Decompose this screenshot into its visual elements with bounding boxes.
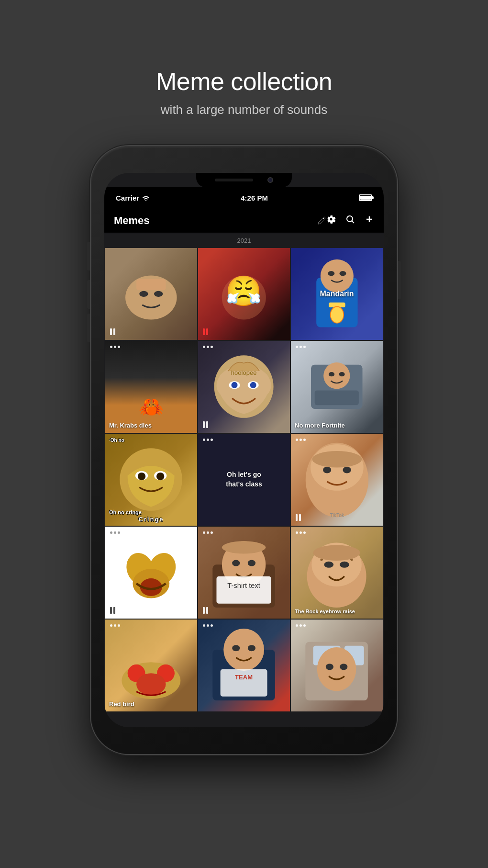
- phone-notch: [196, 173, 292, 187]
- svg-point-22: [329, 372, 334, 376]
- svg-point-28: [138, 473, 145, 480]
- svg-point-34: [312, 451, 362, 468]
- item-label-13: Red bird: [109, 700, 193, 708]
- dots-overlay-6: [296, 346, 306, 348]
- subtitle: with a large number of sounds: [156, 102, 332, 117]
- svg-point-58: [233, 645, 240, 652]
- svg-text:TEAM: TEAM: [235, 674, 253, 681]
- grid-item-11[interactable]: T-shirt text: [198, 527, 290, 619]
- nav-bar: Memes: [104, 208, 384, 233]
- edit-icon[interactable]: [317, 216, 326, 225]
- grid-item-3[interactable]: Mandarin: [291, 248, 383, 340]
- svg-point-57: [224, 629, 265, 671]
- grid-item-5[interactable]: hoolopee: [198, 341, 290, 433]
- status-bar: Carrier 4:26 PM: [104, 187, 384, 208]
- grid-item-6[interactable]: No more Fortnite: [291, 341, 383, 433]
- status-carrier: Carrier: [116, 194, 150, 202]
- pause-overlay-2: [203, 328, 208, 335]
- svg-point-42: [233, 560, 240, 566]
- meme-grid: 😤: [104, 248, 384, 711]
- battery-icon: [359, 194, 372, 201]
- svg-point-43: [248, 560, 255, 566]
- grid-item-4[interactable]: 🦀 Mr. Krabs dies: [105, 341, 197, 433]
- svg-text:T-shirt text: T-shirt text: [228, 582, 260, 590]
- svg-point-9: [320, 259, 353, 292]
- dots-overlay-15: [296, 624, 306, 627]
- svg-point-1: [347, 216, 353, 222]
- svg-point-49: [324, 562, 334, 568]
- svg-point-18: [250, 382, 256, 388]
- dots-overlay-13: [110, 624, 120, 627]
- svg-rect-24: [315, 391, 359, 406]
- item-label-12: The Rock eyebrow raise: [295, 608, 379, 615]
- svg-point-59: [248, 645, 255, 652]
- svg-rect-45: [217, 576, 271, 604]
- grid-item-9[interactable]: TikTok: [291, 434, 383, 526]
- mandarin-label: Mandarin: [320, 290, 354, 298]
- page-background: Meme collection with a large number of s…: [0, 0, 488, 868]
- grid-item-7[interactable]: ·Oh no Oh no cringe Cringe: [105, 434, 197, 526]
- svg-point-21: [323, 362, 350, 389]
- svg-point-51: [313, 545, 360, 561]
- item-label-4: Mr. Krabs dies: [109, 422, 193, 429]
- svg-point-50: [340, 562, 350, 568]
- header-section: Meme collection with a large number of s…: [156, 67, 332, 117]
- grid-item-13[interactable]: Red bird: [105, 620, 197, 711]
- svg-point-10: [328, 271, 334, 276]
- svg-text:😤: 😤: [226, 274, 263, 309]
- pause-overlay-11: [203, 607, 208, 614]
- dots-overlay-4: [110, 346, 120, 348]
- status-battery: [359, 194, 372, 201]
- svg-point-4: [154, 291, 163, 297]
- settings-icon[interactable]: [326, 214, 336, 226]
- grid-item-8[interactable]: Oh let's gothat's class: [198, 434, 290, 526]
- svg-point-65: [317, 647, 356, 691]
- phone-mockup: Carrier 4:26 PM: [91, 146, 397, 754]
- status-time: 4:26 PM: [241, 194, 268, 202]
- pause-overlay-5: [203, 421, 208, 428]
- svg-point-66: [326, 664, 333, 670]
- add-icon[interactable]: [365, 214, 374, 226]
- grid-item-1[interactable]: [105, 248, 197, 340]
- svg-text:TikTok: TikTok: [330, 513, 344, 518]
- main-title: Meme collection: [156, 67, 332, 96]
- svg-rect-5: [136, 279, 166, 290]
- grid-item-10[interactable]: [105, 527, 197, 619]
- svg-point-11: [339, 271, 346, 276]
- svg-point-13: [330, 306, 344, 323]
- phone-screen: Carrier 4:26 PM: [104, 173, 384, 727]
- item-label-center-8: Oh let's gothat's class: [226, 470, 262, 489]
- dots-overlay-9: [296, 439, 306, 441]
- phone-frame: Carrier 4:26 PM: [91, 146, 397, 754]
- nav-icons: [326, 214, 374, 226]
- svg-text:hoolopee: hoolopee: [231, 370, 257, 377]
- nav-title: Memes: [114, 214, 317, 227]
- dots-overlay-5: [203, 346, 213, 348]
- dots-overlay-10: [110, 531, 120, 534]
- pause-overlay-1: [110, 328, 115, 335]
- svg-point-55: [136, 673, 166, 695]
- svg-point-3: [139, 291, 148, 297]
- pause-overlay-9: [296, 514, 301, 521]
- svg-point-67: [340, 664, 348, 670]
- item-label-6: No more Fortnite: [295, 422, 379, 429]
- grid-item-2[interactable]: 😤: [198, 248, 290, 340]
- svg-point-0: [145, 200, 146, 201]
- svg-point-33: [343, 466, 351, 473]
- svg-point-29: [156, 473, 164, 480]
- notch-camera: [267, 177, 273, 183]
- dots-overlay-12: [296, 531, 306, 534]
- dots-overlay-8: [203, 439, 213, 441]
- pause-overlay-10: [110, 607, 115, 614]
- grid-item-15[interactable]: [291, 620, 383, 711]
- svg-point-17: [232, 382, 238, 388]
- content-area: 2021: [104, 233, 384, 727]
- dots-overlay-14: [203, 624, 213, 627]
- search-icon[interactable]: [345, 214, 355, 226]
- svg-point-23: [339, 372, 345, 376]
- notch-speaker: [215, 179, 253, 181]
- svg-point-32: [323, 466, 331, 473]
- dots-overlay-11: [203, 531, 213, 534]
- grid-item-12[interactable]: The Rock eyebrow raise: [291, 527, 383, 619]
- grid-item-14[interactable]: TEAM: [198, 620, 290, 711]
